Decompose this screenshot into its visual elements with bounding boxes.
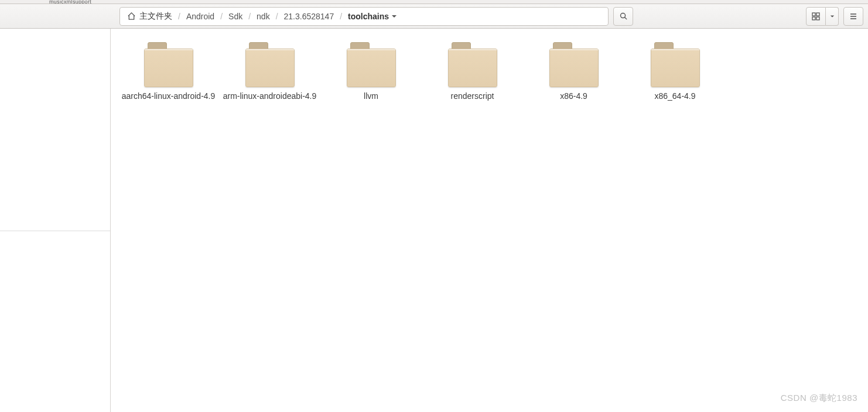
folder-item[interactable]: x86-4.9: [523, 39, 624, 107]
svg-rect-5: [816, 17, 819, 20]
chevron-down-icon: [830, 14, 835, 19]
svg-rect-3: [816, 13, 819, 16]
folder-icon: [549, 42, 599, 87]
svg-rect-4: [812, 17, 815, 20]
folder-icon: [448, 42, 497, 87]
folder-item[interactable]: arm-linux-androideabi-4.9: [219, 39, 320, 107]
folder-item[interactable]: llvm: [320, 39, 422, 107]
view-mode-button[interactable]: [806, 7, 826, 26]
chevron-down-icon: [391, 13, 397, 19]
folder-label: arm-linux-androideabi-4.9: [223, 91, 317, 101]
svg-line-1: [624, 18, 627, 20]
folder-label: renderscript: [425, 91, 520, 101]
folder-icon: [651, 42, 700, 87]
grid-view-icon: [812, 12, 820, 20]
svg-point-0: [620, 13, 625, 18]
folder-item[interactable]: x86_64-4.9: [624, 39, 726, 107]
folder-item[interactable]: aarch64-linux-android-4.9: [118, 39, 219, 107]
breadcrumb-part[interactable]: 21.3.6528147: [278, 8, 340, 25]
sidebar-divider: [0, 231, 110, 231]
search-button[interactable]: [613, 7, 633, 26]
breadcrumb-part-label: Sdk: [228, 12, 242, 21]
breadcrumb-current[interactable]: toolchains: [342, 8, 403, 25]
svg-rect-2: [812, 13, 815, 16]
folder-label: aarch64-linux-android-4.9: [121, 91, 216, 101]
folder-label: x86_64-4.9: [628, 91, 722, 101]
search-icon: [619, 12, 628, 20]
breadcrumb-part[interactable]: Android: [180, 8, 220, 25]
toolbar: 主文件夹 / Android / Sdk / ndk / 21.3.652814…: [0, 4, 868, 29]
breadcrumb-part[interactable]: Sdk: [223, 8, 248, 25]
breadcrumb-part-label: 21.3.6528147: [284, 12, 334, 21]
folder-icon: [347, 42, 396, 87]
breadcrumb-part[interactable]: ndk: [251, 8, 276, 25]
folder-label: llvm: [324, 91, 418, 101]
titlebar-fragment: musicxmlsupport: [49, 0, 91, 4]
breadcrumb-current-label: toolchains: [348, 12, 389, 21]
breadcrumb-home-label: 主文件夹: [139, 11, 172, 22]
folder-label: x86-4.9: [527, 91, 621, 101]
sidebar: [0, 29, 111, 412]
folder-icon: [245, 42, 295, 87]
hamburger-icon: [849, 12, 857, 20]
breadcrumb-part-label: ndk: [257, 12, 270, 21]
folder-icon: [144, 42, 193, 87]
breadcrumb-home[interactable]: 主文件夹: [120, 8, 178, 25]
view-dropdown-button[interactable]: [826, 7, 839, 26]
breadcrumb: 主文件夹 / Android / Sdk / ndk / 21.3.652814…: [119, 7, 609, 26]
hamburger-menu-button[interactable]: [843, 7, 863, 26]
breadcrumb-part-label: Android: [186, 12, 214, 21]
home-icon: [127, 12, 136, 20]
folder-item[interactable]: renderscript: [422, 39, 523, 107]
folder-view[interactable]: aarch64-linux-android-4.9 arm-linux-andr…: [111, 29, 868, 412]
